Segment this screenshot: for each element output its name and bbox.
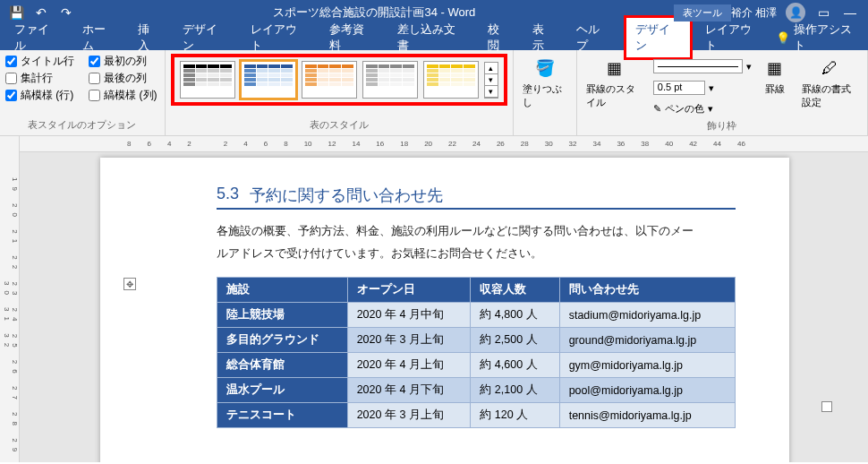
table-cell[interactable]: 2020 年 3 月上旬	[347, 328, 471, 353]
menu-bar: ファイル ホーム 挿入 デザイン レイアウト 参考資料 差し込み文書 校閲 表示…	[0, 25, 868, 50]
style-gallery-scroll[interactable]: ▴▾▾	[484, 62, 498, 99]
table-row[interactable]: テニスコート2020 年 3 月上旬約 120 人tennis@midoriya…	[217, 403, 736, 428]
ribbon-options-icon[interactable]: ▭	[814, 4, 832, 21]
table-header[interactable]: オープン日	[347, 278, 471, 303]
shading-button[interactable]: 🪣塗りつぶし	[519, 54, 571, 111]
table-cell[interactable]: 約 120 人	[471, 403, 559, 428]
section-title: 予約に関する問い合わせ先	[250, 185, 443, 206]
table-cell[interactable]: 約 2,100 人	[471, 378, 559, 403]
table-cell[interactable]: pool@midoriyama.lg.jp	[559, 378, 735, 403]
section-number: 5.3	[217, 185, 239, 206]
table-cell[interactable]: 約 4,600 人	[471, 353, 559, 378]
chevron-down-icon: ▾	[485, 74, 498, 86]
table-header[interactable]: 収容人数	[471, 278, 559, 303]
table-styles-gallery: ▴▾▾	[171, 54, 507, 106]
table-cell[interactable]: 約 2,500 人	[471, 328, 559, 353]
borders-button[interactable]: ▦罫線	[759, 54, 791, 98]
style-thumb-2[interactable]	[241, 61, 296, 99]
table-row[interactable]: 総合体育館2020 年 4 月上旬約 4,600 人gym@midoriyama…	[217, 353, 736, 378]
table-cell[interactable]: gym@midoriyama.lg.jp	[559, 353, 735, 378]
table-header[interactable]: 問い合わせ先	[559, 278, 735, 303]
pen-icon: ✎	[653, 103, 661, 115]
table-row[interactable]: 多目的グラウンド2020 年 3 月上旬約 2,500 人ground@mido…	[217, 328, 736, 353]
border-painter-button[interactable]: 🖊罫線の書式設定	[798, 54, 862, 111]
group-label-options: 表スタイルのオプション	[5, 116, 159, 135]
pen-border-icon: 🖊	[817, 56, 842, 81]
style-thumb-1[interactable]	[180, 61, 235, 99]
pen-style-select[interactable]	[653, 59, 743, 73]
pen-color-button[interactable]: ✎ペンの色▾	[653, 100, 752, 117]
table-cell[interactable]: 陸上競技場	[217, 303, 348, 328]
table-cell[interactable]: 2020 年 4 月下旬	[347, 378, 471, 403]
table-cell[interactable]: テニスコート	[217, 403, 348, 428]
table-cell[interactable]: 2020 年 4 月上旬	[347, 353, 471, 378]
group-label-frame: 飾り枠	[583, 117, 862, 136]
style-thumb-5[interactable]	[423, 61, 479, 99]
table-cell[interactable]: 多目的グラウンド	[217, 328, 348, 353]
paragraph[interactable]: 各施設の概要、予約方法、料金、施設の利用ルールなどに関する問い合わせは、以下のメ…	[217, 220, 736, 264]
table-row[interactable]: 陸上競技場2020 年 4 月中旬約 4,800 人stadium@midori…	[217, 303, 736, 328]
chevron-up-icon: ▴	[485, 63, 498, 74]
document-table[interactable]: 施設オープン日収容人数問い合わせ先 陸上競技場2020 年 4 月中旬約 4,8…	[217, 277, 736, 428]
style-thumb-3[interactable]	[302, 61, 357, 99]
table-cell[interactable]: 2020 年 3 月上旬	[347, 403, 471, 428]
opt-header-row[interactable]: タイトル行	[5, 54, 76, 69]
document-page[interactable]: 5.3 予約に関する問い合わせ先 各施設の概要、予約方法、料金、施設の利用ルール…	[100, 158, 789, 462]
table-cell[interactable]: ground@midoriyama.lg.jp	[559, 328, 735, 353]
user-avatar-icon[interactable]: 👤	[786, 3, 805, 22]
vertical-ruler: 19 20 21 22 23 24 25 26 27 28 29 30 31 3…	[0, 136, 20, 462]
paint-bucket-icon: 🪣	[532, 56, 557, 81]
opt-first-col[interactable]: 最初の列	[89, 54, 159, 69]
chevron-down-icon[interactable]: ▾	[746, 61, 752, 73]
more-icon: ▾	[485, 86, 498, 98]
bulb-icon: 💡	[776, 31, 790, 45]
border-icon: ▦	[762, 56, 787, 81]
minimize-icon[interactable]: —	[841, 4, 859, 21]
section-heading: 5.3 予約に関する問い合わせ先	[217, 185, 736, 210]
group-label-styles: 表のスタイル	[171, 116, 507, 135]
horizontal-ruler: 8642246810121416182022242628303234363840…	[20, 136, 868, 152]
table-cell[interactable]: 2020 年 4 月中旬	[347, 303, 471, 328]
chevron-down-icon: ▾	[708, 103, 713, 115]
opt-banded-cols[interactable]: 縞模様 (列)	[89, 88, 159, 103]
ribbon: タイトル行 最初の列 集計行 最後の列 縞模様 (行) 縞模様 (列) 表スタイ…	[0, 50, 868, 136]
table-header[interactable]: 施設	[217, 278, 348, 303]
opt-last-col[interactable]: 最後の列	[89, 71, 159, 86]
table-resize-handle-icon[interactable]	[821, 401, 832, 412]
table-row[interactable]: 温水プール2020 年 4 月下旬約 2,100 人pool@midoriyam…	[217, 378, 736, 403]
pen-weight-input[interactable]: 0.5 pt	[653, 81, 705, 95]
table-cell[interactable]: tennis@midoriyama.lg.jp	[559, 403, 735, 428]
table-cell[interactable]: 総合体育館	[217, 353, 348, 378]
table-cell[interactable]: 約 4,800 人	[471, 303, 559, 328]
border-styles-button[interactable]: ▦罫線のスタイル	[583, 54, 646, 111]
opt-total-row[interactable]: 集計行	[5, 71, 76, 86]
table-move-handle-icon[interactable]: ✥	[123, 278, 136, 290]
style-thumb-4[interactable]	[362, 61, 418, 99]
opt-banded-rows[interactable]: 縞模様 (行)	[5, 88, 76, 103]
table-cell[interactable]: 温水プール	[217, 378, 348, 403]
grid-icon: ▦	[601, 56, 626, 81]
tell-me[interactable]: 💡操作アシスト	[776, 21, 863, 54]
workspace: 19 20 21 22 23 24 25 26 27 28 29 30 31 3…	[0, 136, 868, 462]
context-tool-label: 表ツール	[674, 4, 731, 21]
chevron-down-icon[interactable]: ▾	[709, 82, 714, 94]
table-cell[interactable]: stadium@midoriyama.lg.jp	[559, 303, 735, 328]
